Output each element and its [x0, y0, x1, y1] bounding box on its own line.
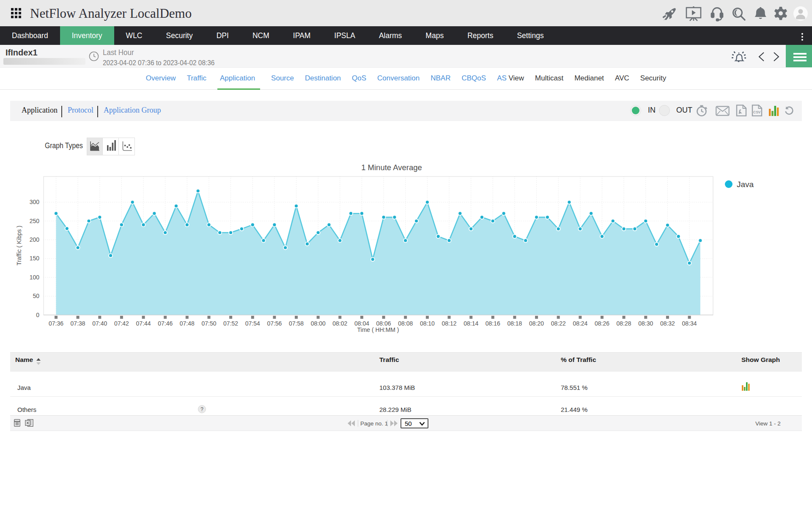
svg-text:CSV: CSV [753, 110, 761, 114]
svg-text:07:58: 07:58 [289, 320, 304, 327]
svg-text:08:18: 08:18 [507, 320, 522, 327]
svg-text:07:40: 07:40 [92, 320, 107, 327]
svg-text:Time ( HH:MM ): Time ( HH:MM ) [357, 326, 399, 333]
svg-text:08:34: 08:34 [682, 320, 697, 327]
svg-text:1 Minute Average: 1 Minute Average [361, 163, 422, 172]
svg-text:07:38: 07:38 [71, 320, 85, 327]
svg-text:07:50: 07:50 [201, 320, 216, 327]
svg-text:07:36: 07:36 [49, 320, 63, 327]
svg-text:0: 0 [36, 312, 39, 318]
svg-text:08:00: 08:00 [311, 320, 326, 327]
svg-text:300: 300 [30, 199, 40, 205]
svg-text:08:14: 08:14 [464, 320, 478, 327]
svg-text:08:26: 08:26 [595, 320, 609, 327]
svg-text:08:20: 08:20 [529, 320, 544, 327]
svg-text:07:52: 07:52 [223, 320, 238, 327]
svg-text:08:22: 08:22 [551, 320, 566, 327]
svg-text:100: 100 [30, 274, 40, 281]
svg-text:07:44: 07:44 [136, 320, 151, 327]
svg-text:07:42: 07:42 [114, 320, 129, 327]
svg-text:08:12: 08:12 [442, 320, 456, 327]
svg-text:Java: Java [737, 180, 754, 189]
svg-text:07:54: 07:54 [245, 320, 260, 327]
svg-text:08:06: 08:06 [376, 320, 391, 327]
svg-text:07:46: 07:46 [158, 320, 173, 327]
svg-text:50: 50 [33, 293, 39, 299]
svg-text:08:30: 08:30 [638, 320, 653, 327]
svg-text:08:02: 08:02 [332, 320, 347, 327]
svg-text:08:10: 08:10 [420, 320, 435, 327]
svg-text:150: 150 [30, 255, 40, 262]
svg-text:08:32: 08:32 [660, 320, 675, 327]
svg-text:08:16: 08:16 [486, 320, 500, 327]
svg-text:08:08: 08:08 [398, 320, 413, 327]
svg-text:200: 200 [30, 236, 40, 243]
svg-text:08:28: 08:28 [617, 320, 631, 327]
svg-text:08:04: 08:04 [354, 320, 369, 327]
svg-text:07:48: 07:48 [180, 320, 195, 327]
svg-text:07:56: 07:56 [267, 320, 282, 327]
svg-text:08:24: 08:24 [573, 320, 587, 327]
svg-text:Traffic ( Kibps ): Traffic ( Kibps ) [16, 226, 22, 265]
svg-text:250: 250 [30, 218, 40, 224]
